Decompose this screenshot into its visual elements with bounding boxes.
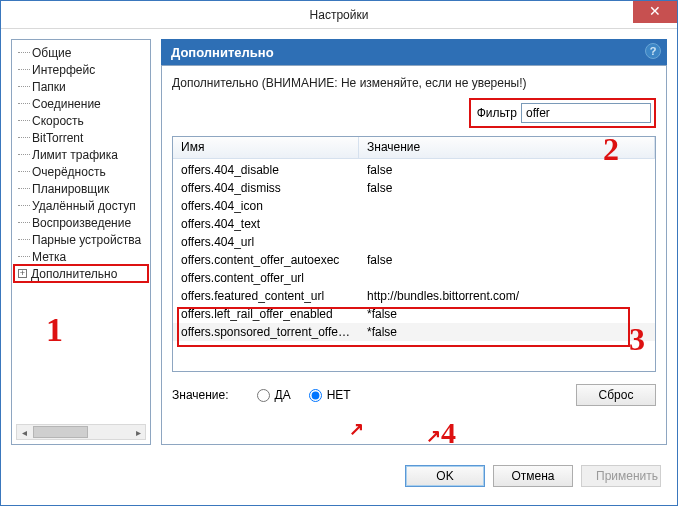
table-row[interactable]: offers.404_disablefalse bbox=[173, 161, 655, 179]
tree-item[interactable]: Удалённый доступ bbox=[14, 197, 148, 214]
filter-input[interactable] bbox=[521, 103, 651, 123]
tree-item[interactable]: Планировщик bbox=[14, 180, 148, 197]
table-body: offers.404_disablefalse offers.404_dismi… bbox=[173, 159, 655, 343]
dialog-footer: OK Отмена Применить bbox=[1, 455, 677, 505]
help-icon[interactable]: ? bbox=[645, 43, 661, 59]
ok-button[interactable]: OK bbox=[405, 465, 485, 487]
tree-item[interactable]: Папки bbox=[14, 78, 148, 95]
scroll-right-icon[interactable]: ▸ bbox=[131, 427, 145, 438]
tree-item[interactable]: BitTorrent bbox=[14, 129, 148, 146]
close-icon: ✕ bbox=[649, 3, 661, 19]
cancel-button[interactable]: Отмена bbox=[493, 465, 573, 487]
radio-yes-input[interactable] bbox=[257, 389, 270, 402]
filter-label: Фильтр bbox=[477, 106, 517, 120]
table-row[interactable]: offers.404_dismissfalse bbox=[173, 179, 655, 197]
tree-item[interactable]: Интерфейс bbox=[14, 61, 148, 78]
category-tree: Общие Интерфейс Папки Соединение Скорост… bbox=[11, 39, 151, 445]
apply-button[interactable]: Применить bbox=[581, 465, 661, 487]
tree-h-scrollbar[interactable]: ◂ ▸ bbox=[16, 424, 146, 440]
scroll-thumb[interactable] bbox=[33, 426, 88, 438]
radio-no-input[interactable] bbox=[309, 389, 322, 402]
expand-icon[interactable]: + bbox=[18, 269, 27, 278]
filter-row: Фильтр bbox=[172, 98, 656, 128]
radio-no[interactable]: НЕТ bbox=[309, 388, 351, 402]
dialog-body: Общие Интерфейс Папки Соединение Скорост… bbox=[1, 29, 677, 455]
content-panel: Дополнительно ? Дополнительно (ВНИМАНИЕ:… bbox=[161, 39, 667, 445]
tree-item[interactable]: Скорость bbox=[14, 112, 148, 129]
value-label: Значение: bbox=[172, 388, 229, 402]
content-title: Дополнительно bbox=[171, 45, 274, 60]
settings-table: Имя Значение offers.404_disablefalse off… bbox=[172, 136, 656, 372]
table-row[interactable]: offers.404_text bbox=[173, 215, 655, 233]
tree-item-advanced[interactable]: + Дополнительно bbox=[14, 265, 148, 282]
tree-item[interactable]: Соединение bbox=[14, 95, 148, 112]
tree-item[interactable]: Очерёдность bbox=[14, 163, 148, 180]
settings-window: Настройки ✕ Общие Интерфейс Папки Соедин… bbox=[0, 0, 678, 506]
table-row[interactable]: offers.left_rail_offer_enabled*false bbox=[173, 305, 655, 323]
table-row[interactable]: offers.featured_content_urlhttp://bundle… bbox=[173, 287, 655, 305]
column-name[interactable]: Имя bbox=[173, 137, 359, 158]
table-row[interactable]: offers.404_icon bbox=[173, 197, 655, 215]
content-header: Дополнительно ? bbox=[161, 39, 667, 65]
table-row[interactable]: offers.404_url bbox=[173, 233, 655, 251]
close-button[interactable]: ✕ bbox=[633, 1, 677, 23]
table-row[interactable]: offers.sponsored_torrent_offer...*false bbox=[173, 323, 655, 341]
value-editor-row: Значение: ДА НЕТ Сброс bbox=[172, 380, 656, 406]
table-row[interactable]: offers.content_offer_url bbox=[173, 269, 655, 287]
radio-yes[interactable]: ДА bbox=[257, 388, 291, 402]
tree-item[interactable]: Лимит трафика bbox=[14, 146, 148, 163]
warning-text: Дополнительно (ВНИМАНИЕ: Не изменяйте, е… bbox=[172, 76, 656, 90]
table-header: Имя Значение bbox=[173, 137, 655, 159]
window-title: Настройки bbox=[1, 8, 677, 22]
tree-item[interactable]: Парные устройства bbox=[14, 231, 148, 248]
tree-item[interactable]: Общие bbox=[14, 44, 148, 61]
column-value[interactable]: Значение bbox=[359, 137, 655, 158]
tree-item[interactable]: Метка bbox=[14, 248, 148, 265]
filter-highlight-box: Фильтр bbox=[469, 98, 656, 128]
titlebar: Настройки ✕ bbox=[1, 1, 677, 29]
content-inner: Дополнительно (ВНИМАНИЕ: Не изменяйте, е… bbox=[161, 65, 667, 445]
table-row[interactable]: offers.content_offer_autoexecfalse bbox=[173, 251, 655, 269]
tree-item-label: Дополнительно bbox=[31, 267, 117, 281]
tree-item[interactable]: Воспроизведение bbox=[14, 214, 148, 231]
reset-button[interactable]: Сброс bbox=[576, 384, 656, 406]
scroll-left-icon[interactable]: ◂ bbox=[17, 427, 31, 438]
